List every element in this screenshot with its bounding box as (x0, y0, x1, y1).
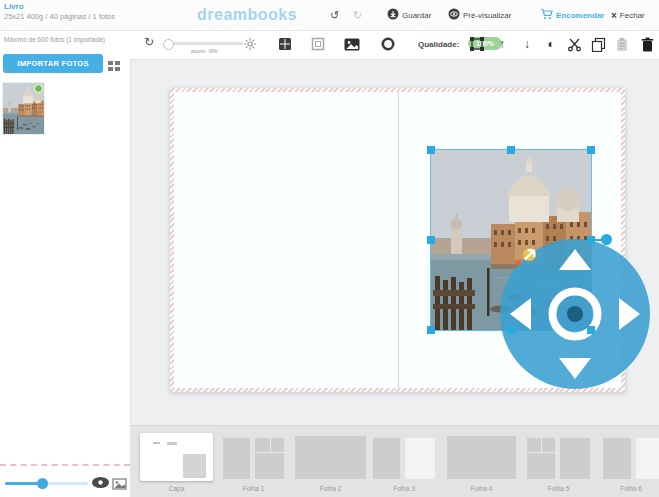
page-thumb-folha2[interactable] (295, 436, 366, 479)
layouts-icon[interactable] (277, 36, 293, 52)
delete-icon[interactable] (639, 36, 655, 52)
photos-limit-note: Máximo de 600 fotos (1 importada) (4, 36, 128, 43)
quality-label: Qualidade: (418, 40, 459, 49)
transform-icon[interactable] (469, 36, 485, 52)
copy-icon[interactable] (590, 36, 606, 52)
thumb-grid-line (541, 438, 542, 452)
bring-forward-icon[interactable]: ↑ (494, 36, 510, 52)
settings-icon[interactable] (380, 36, 396, 52)
page-label-capa: Capa (140, 485, 213, 492)
photos-sidebar: Máximo de 600 fotos (1 importada) IMPORT… (0, 30, 131, 497)
eye-icon[interactable] (91, 475, 110, 493)
cover-title-mark (167, 442, 177, 445)
page-label-folha4: Folha 4 (447, 485, 516, 492)
page-fold-line (398, 92, 399, 388)
page-label-folha6: Folha 6 (603, 485, 659, 492)
header-bar: Livro 25x21 400g / 40 páginas / 1 fotos … (0, 0, 659, 31)
page-thumb-folha3-right[interactable] (405, 438, 435, 479)
resize-handle-n[interactable] (507, 146, 515, 154)
resize-handle-ne[interactable] (587, 146, 595, 154)
edit-photo-badge[interactable] (523, 248, 536, 261)
frames-icon[interactable] (310, 36, 326, 52)
project-name[interactable]: Livro (4, 2, 115, 12)
resize-handle-s[interactable] (507, 326, 515, 334)
resize-handle-w[interactable] (427, 236, 435, 244)
send-backward-icon[interactable]: ↓ (519, 36, 535, 52)
page-thumb-folha5-right[interactable] (560, 438, 590, 479)
thumb-grid-line (527, 452, 555, 453)
resize-handle-se[interactable] (587, 326, 595, 334)
resize-handle-nw[interactable] (427, 146, 435, 154)
order-label: Encomendar (556, 11, 604, 20)
thumb-grid-line (255, 452, 284, 453)
project-info: Livro 25x21 400g / 40 páginas / 1 fotos (4, 2, 115, 21)
undo-button[interactable]: ↺ (330, 0, 339, 30)
cliparts-icon[interactable] (242, 36, 258, 52)
undo-icon: ↺ (330, 9, 339, 22)
page-thumb-folha1-left[interactable] (223, 438, 250, 479)
page-thumb-cover[interactable] (140, 433, 213, 481)
photo-display-icon[interactable] (112, 476, 127, 494)
photo-thumbnail[interactable] (3, 83, 44, 134)
backgrounds-icon[interactable] (344, 36, 360, 52)
reset-zoom-icon[interactable]: ↻ (144, 35, 154, 49)
thumb-grid-line (270, 438, 271, 452)
save-icon (387, 8, 399, 22)
page-thumb-folha5-left[interactable] (527, 438, 555, 479)
paste-icon[interactable] (614, 36, 630, 52)
page-thumb-folha3-left[interactable] (373, 438, 400, 479)
redo-icon: ↻ (353, 9, 362, 22)
editor-toolbar: ↻ zoom: 0% Qualidade: 100% ↑ ↓ (130, 30, 659, 60)
page-label-folha2: Folha 2 (295, 485, 366, 492)
cart-icon (540, 8, 553, 22)
preview-button[interactable]: Pré-visualizar (448, 0, 511, 30)
page-thumb-folha1-right[interactable] (255, 438, 284, 479)
close-label: Fechar (620, 11, 645, 20)
zoom-value-label: zoom: 0% (165, 48, 243, 54)
pages-strip: Capa Folha 1 Folha 2 Folha 3 Folha 4 Fol… (130, 425, 659, 497)
page-label-folha1: Folha 1 (223, 485, 284, 492)
preview-label: Pré-visualizar (463, 11, 511, 20)
cut-icon[interactable] (566, 36, 582, 52)
page-thumb-folha6-left[interactable] (603, 438, 631, 479)
cover-photo-placeholder (183, 454, 206, 478)
project-specs: 25x21 400g / 40 páginas / 1 fotos (4, 12, 115, 21)
cover-spine-mark (153, 442, 160, 444)
page-thumb-folha6-right[interactable] (636, 438, 659, 479)
thumbnail-size-slider[interactable] (5, 482, 88, 485)
resize-handle-e[interactable] (587, 236, 595, 244)
photobook-editor: Livro 25x21 400g / 40 páginas / 1 fotos … (0, 0, 659, 497)
canvas-zoom-slider[interactable] (165, 42, 243, 45)
photo-used-indicator (34, 84, 43, 93)
page-label-folha3: Folha 3 (373, 485, 435, 492)
slider-thumb[interactable] (37, 478, 48, 489)
page-label-folha5: Folha 5 (527, 485, 590, 492)
resize-handle-sw[interactable] (427, 326, 435, 334)
dreambooks-logo: dreambooks (197, 6, 293, 24)
save-label: Guardar (402, 11, 431, 20)
redo-button[interactable]: ↻ (353, 0, 362, 30)
import-photos-button[interactable]: IMPORTAR FOTOS (3, 54, 103, 73)
order-button[interactable]: Encomendar (540, 0, 604, 30)
page-thumb-folha4[interactable] (447, 436, 516, 479)
editor-canvas[interactable] (130, 60, 659, 425)
close-button[interactable]: × Fechar (611, 0, 645, 30)
drop-zone-divider (0, 464, 130, 466)
save-button[interactable]: Guardar (387, 0, 431, 30)
contrast-icon[interactable]: ◐ (543, 36, 559, 52)
preview-icon (448, 8, 460, 22)
grid-view-icon[interactable] (107, 58, 121, 76)
selected-photo[interactable] (431, 150, 591, 330)
close-icon: × (611, 10, 617, 21)
